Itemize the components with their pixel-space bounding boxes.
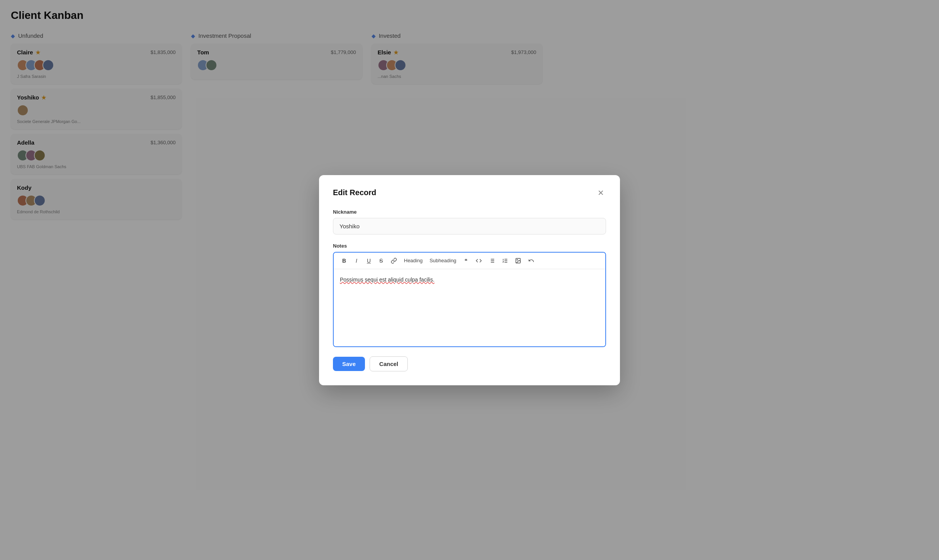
underline-button[interactable]: U xyxy=(363,256,375,266)
modal-title: Edit Record xyxy=(333,188,376,197)
heading-button[interactable]: Heading xyxy=(401,256,426,265)
link-button[interactable] xyxy=(388,256,400,266)
notes-editor[interactable]: Possimus sequi est aliquid culpa facilis… xyxy=(334,269,553,319)
modal-header: Edit Record ✕ xyxy=(333,187,553,198)
numbered-list-button[interactable] xyxy=(499,256,511,266)
notes-field-group: Notes B I U S Heading Subheading xyxy=(333,243,553,319)
notes-label: Notes xyxy=(333,243,553,249)
notes-editor-container: B I U S Heading Subheading ❝ xyxy=(333,252,553,319)
nickname-label: Nickname xyxy=(333,209,553,215)
quote-button[interactable]: ❝ xyxy=(460,256,472,266)
svg-point-10 xyxy=(517,259,518,260)
modal-overlay: Edit Record ✕ Nickname Notes B I U S xyxy=(0,0,553,319)
nickname-input[interactable] xyxy=(333,218,553,234)
image-button[interactable] xyxy=(512,256,524,266)
bullet-list-button[interactable] xyxy=(486,256,498,266)
bold-button[interactable]: B xyxy=(338,256,350,266)
undo-button[interactable] xyxy=(525,256,537,266)
italic-button[interactable]: I xyxy=(351,256,362,266)
editor-toolbar: B I U S Heading Subheading ❝ xyxy=(334,253,553,269)
notes-text: Possimus sequi est aliquid culpa facilis… xyxy=(340,277,434,283)
strikethrough-button[interactable]: S xyxy=(375,256,387,266)
subheading-button[interactable]: Subheading xyxy=(426,256,459,265)
code-button[interactable] xyxy=(473,256,485,266)
edit-record-modal: Edit Record ✕ Nickname Notes B I U S xyxy=(319,175,553,319)
nickname-field-group: Nickname xyxy=(333,209,553,243)
